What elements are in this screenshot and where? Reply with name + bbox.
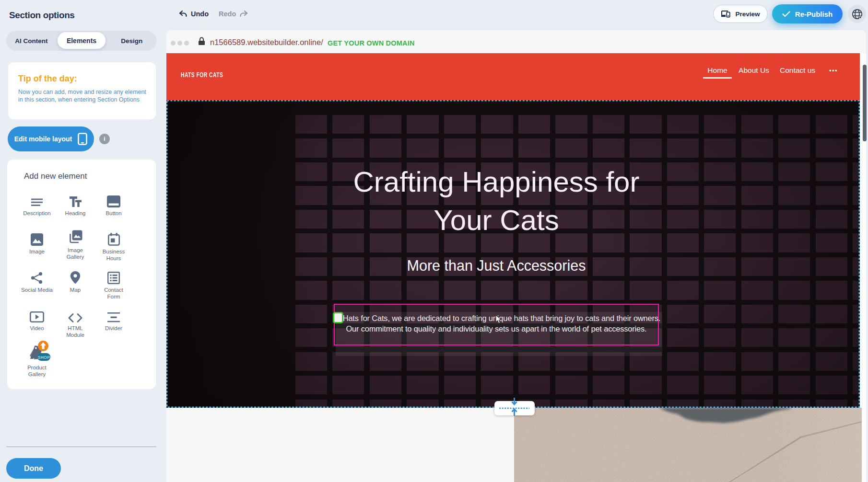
svg-text:SHOP: SHOP [38, 355, 50, 360]
